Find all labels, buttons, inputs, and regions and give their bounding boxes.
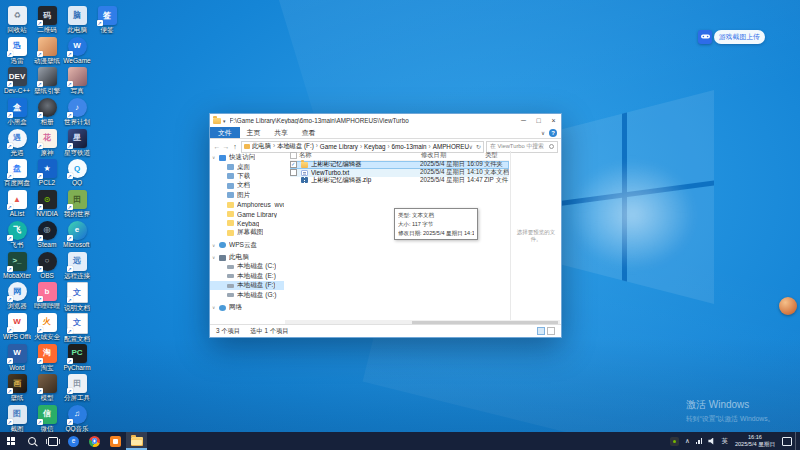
desktop-icon[interactable]: ♪ 世界计划	[63, 98, 91, 129]
nav-pane-item[interactable]: Amphoreus_wvd-main	[210, 200, 284, 209]
desktop-icon[interactable]: 淘 淘宝	[33, 344, 61, 375]
nav-pane-item[interactable]: 桌面	[210, 162, 284, 171]
column-header-date[interactable]: 修改日期	[421, 151, 485, 160]
desktop-icon[interactable]: 盘 百度网盘	[3, 159, 31, 190]
ribbon-expand-icon[interactable]: ∨	[541, 130, 545, 136]
desktop-icon[interactable]: ○ OBS	[33, 252, 61, 283]
desktop-icon[interactable]: ▲ AList	[3, 190, 31, 221]
desktop-icon[interactable]: 壁纸引擎	[33, 67, 61, 98]
desktop-icon[interactable]: 飞 飞书	[3, 221, 31, 252]
taskbar-app-button[interactable]	[84, 432, 105, 450]
nav-pane-item[interactable]: 图片	[210, 191, 284, 200]
tab-share[interactable]: 共享	[267, 127, 295, 138]
desktop-icon[interactable]: 火 火绒安全	[33, 313, 61, 344]
refresh-icon[interactable]: ↻	[476, 143, 481, 150]
breadcrumb-item[interactable]: Keybag	[364, 143, 391, 150]
desktop-icon[interactable]: 田 我的世界	[63, 190, 91, 221]
nav-pane-item[interactable]: 本地磁盘 (G:)	[210, 290, 284, 299]
desktop-icon[interactable]: ◎ Steam	[33, 221, 61, 252]
desktop-icon[interactable]: 脑 此电脑	[63, 6, 91, 37]
nav-pane-item[interactable]: 此电脑	[210, 253, 284, 262]
nav-pane-item[interactable]: 本地磁盘 (F:)	[210, 281, 284, 290]
nav-pane-item[interactable]: WPS云盘	[210, 241, 284, 250]
desktop-icon[interactable]: b 哔哩哔哩	[33, 282, 61, 313]
game-overlay-button[interactable]: 游戏截图上传	[698, 29, 765, 44]
help-icon[interactable]: ?	[549, 129, 557, 137]
file-row[interactable]: 上彬彬记忆编辑器.zip 2025/5/4 星期日 14:47 ZIP 文件	[290, 177, 509, 185]
task-view-button[interactable]	[42, 432, 63, 450]
desktop-icon[interactable]: 文 说明文档	[63, 282, 91, 313]
taskbar-app-button[interactable]	[126, 432, 147, 450]
nav-pane-item[interactable]: Game Library	[210, 209, 284, 218]
desktop-icon[interactable]: ⊙ NVIDIA	[33, 190, 61, 221]
input-language-indicator[interactable]: 英	[718, 432, 731, 450]
desktop-icon[interactable]: W WPS Office	[3, 313, 31, 344]
breadcrumb-item[interactable]: AMPHOREUS	[433, 143, 469, 150]
tab-view[interactable]: 查看	[295, 127, 323, 138]
desktop-icon[interactable]: 网 浏览器	[3, 282, 31, 313]
network-icon[interactable]	[693, 432, 706, 450]
taskbar-app-button[interactable]: e	[63, 432, 84, 450]
desktop-icon[interactable]: 远 远程连接	[63, 252, 91, 283]
column-header-type[interactable]: 类型	[485, 151, 509, 160]
maximize-button[interactable]: □	[531, 114, 546, 127]
desktop-icon[interactable]: e Microsoft Edge	[63, 221, 91, 252]
thumbnail-view-button[interactable]	[547, 327, 555, 335]
desktop-icon[interactable]: ♻ 回收站	[3, 6, 31, 37]
breadcrumb-item[interactable]: 此电脑	[252, 142, 277, 151]
minimize-button[interactable]: ─	[516, 114, 531, 127]
desktop-icon[interactable]: Q QQ	[63, 159, 91, 190]
desktop-icon[interactable]: 星 星穹铁道	[63, 129, 91, 160]
taskbar-search-button[interactable]	[21, 432, 42, 450]
tray-overflow-chevron[interactable]: ∧	[682, 432, 693, 450]
nav-pane-item[interactable]: Keybag	[210, 219, 284, 228]
volume-icon[interactable]	[705, 432, 718, 450]
action-center-button[interactable]	[779, 432, 795, 450]
desktop-icon[interactable]: 田 分屏工具	[63, 374, 91, 405]
tray-app-icon[interactable]	[667, 432, 682, 450]
taskbar-clock[interactable]: 16:16 2025/5/4 星期日	[731, 432, 779, 450]
title-bar[interactable]: ▾ F:\Game Library\Keybag\6mo-13main\AMPH…	[210, 114, 561, 127]
desktop-icon[interactable]: 文 配置文档	[63, 313, 91, 344]
desktop-icon[interactable]: 盒 小黑盒	[3, 98, 31, 129]
desktop-icon[interactable]: PC PyCharm	[63, 344, 91, 375]
column-header-name[interactable]: 名称	[299, 151, 421, 160]
desktop-icon[interactable]: 相册	[33, 98, 61, 129]
select-all-checkbox[interactable]	[290, 152, 299, 159]
desktop-icon[interactable]: ★ PCL2	[33, 159, 61, 190]
details-view-button[interactable]	[537, 327, 545, 335]
breadcrumb-item[interactable]: 6mo-13main	[392, 143, 433, 150]
nav-pane-item[interactable]: 本地磁盘 (E:)	[210, 272, 284, 281]
breadcrumb-item[interactable]: 本地磁盘 (F:)	[277, 142, 320, 151]
file-checkbox[interactable]	[290, 161, 297, 168]
quick-access-toolbar-more[interactable]: ▾	[223, 118, 226, 124]
desktop-icon[interactable]: W WeGame	[63, 37, 91, 68]
show-desktop-button[interactable]	[795, 432, 800, 450]
file-checkbox[interactable]	[290, 169, 297, 176]
desktop-icon[interactable]: W Word	[3, 344, 31, 375]
close-button[interactable]: ×	[546, 114, 561, 127]
start-button[interactable]	[0, 432, 21, 450]
desktop-icon[interactable]: 写真	[63, 67, 91, 98]
desktop-icon[interactable]: 花 原神	[33, 129, 61, 160]
desktop-icon[interactable]: 遇 光遇	[3, 129, 31, 160]
nav-pane-item[interactable]: 文档	[210, 181, 284, 190]
nav-pane-item[interactable]: 屏幕截图	[210, 228, 284, 237]
up-button[interactable]: ↑	[231, 143, 239, 150]
forward-button[interactable]: →	[222, 143, 230, 150]
tab-home[interactable]: 主页	[240, 127, 268, 138]
desktop-icon[interactable]: DEV Dev-C++	[3, 67, 31, 98]
floating-avatar[interactable]	[779, 297, 797, 315]
nav-pane-item[interactable]: 快速访问	[210, 153, 284, 162]
desktop-icon[interactable]: 画 壁纸	[3, 374, 31, 405]
breadcrumb-item[interactable]: Game Library	[320, 143, 364, 150]
nav-pane-item[interactable]: 本地磁盘 (C:)	[210, 262, 284, 271]
address-dropdown-icon[interactable]: ∨	[469, 143, 473, 150]
desktop-icon[interactable]: 码 二维码	[33, 6, 61, 37]
tab-file[interactable]: 文件	[210, 127, 240, 138]
nav-pane-item[interactable]: 下载	[210, 172, 284, 181]
taskbar-app-button[interactable]	[105, 432, 126, 450]
desktop-icon[interactable]: 模型	[33, 374, 61, 405]
desktop-icon[interactable]: 动漫壁纸	[33, 37, 61, 68]
nav-pane-item[interactable]: 网络	[210, 303, 284, 312]
